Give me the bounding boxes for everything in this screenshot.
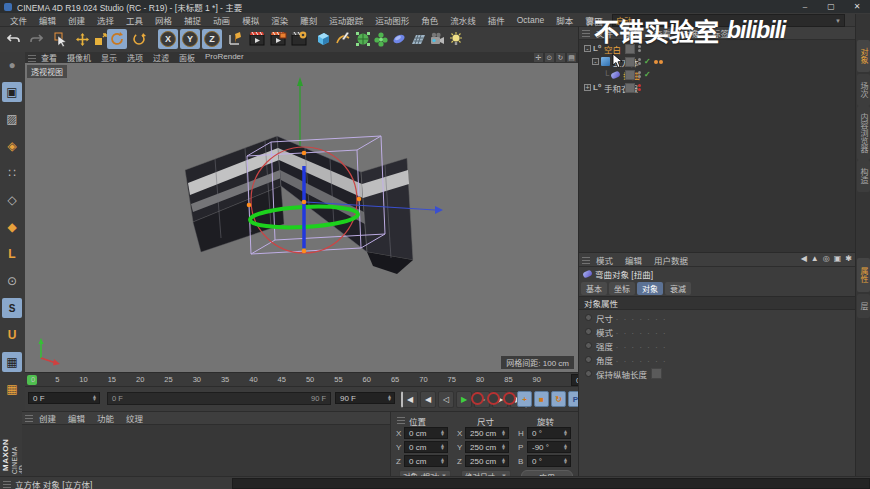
menu-item[interactable]: 创建 [68, 14, 85, 26]
pos-z-field[interactable]: 0 cm▲▼ [404, 455, 448, 467]
lock-x-axis-button[interactable]: X [158, 29, 178, 49]
phong-tag-icon[interactable] [654, 60, 663, 64]
viewport-menu-item[interactable]: 选项 [127, 52, 143, 63]
tab-coordinates[interactable]: 坐标 [609, 282, 635, 295]
tab-attributes[interactable]: 属性 [857, 258, 870, 292]
keep-length-checkbox[interactable] [651, 368, 662, 379]
workplane-snap-button[interactable]: ▦ [2, 379, 22, 399]
visibility-dots-off-icon[interactable] [638, 84, 641, 91]
maximize-button[interactable]: ▢ [818, 0, 844, 13]
toggle-views-icon[interactable]: ▤ [567, 53, 576, 62]
render-view-button[interactable] [247, 29, 267, 49]
viewport-menu-item[interactable]: ProRender [205, 52, 244, 63]
keyframe-dot-icon[interactable] [585, 314, 592, 321]
history-up-icon[interactable]: ▲ [811, 254, 819, 263]
size-x-field[interactable]: 250 cm▲▼ [465, 427, 509, 439]
drag-handle-icon[interactable] [582, 29, 590, 37]
drag-handle-icon[interactable] [397, 416, 405, 424]
expand-icon[interactable]: - [584, 45, 591, 52]
enabled-check-icon[interactable]: ✓ [644, 57, 651, 66]
attribute-menu-item[interactable]: 模式 [596, 254, 613, 266]
rot-h-field[interactable]: 0 °▲▼ [527, 427, 571, 439]
attribute-menu-item[interactable]: 编辑 [625, 254, 642, 266]
viewport-solo-button[interactable]: ⊙ [2, 271, 22, 291]
keyframe-selection-button[interactable] [503, 392, 516, 405]
lock-icon[interactable]: ▣ [834, 254, 842, 263]
menu-item[interactable]: 运动跟踪 [329, 14, 363, 26]
object-row-hand[interactable]: + L⁰ 手和衣服 [579, 81, 861, 94]
object-properties-section[interactable]: 对象属性 [579, 296, 856, 310]
pan-view-icon[interactable]: ✢ [534, 53, 543, 62]
tab-basic[interactable]: 基本 [581, 282, 607, 295]
object-menu-item[interactable]: 编辑 [625, 27, 642, 39]
menu-item[interactable]: 雕刻 [300, 14, 317, 26]
polygons-mode-button[interactable]: ◆ [2, 217, 22, 237]
key-position-toggle[interactable]: + [517, 391, 532, 407]
floor-environment-button[interactable] [408, 29, 428, 49]
drag-handle-icon[interactable] [28, 54, 36, 62]
viewport-menu-item[interactable]: 摄像机 [67, 52, 91, 63]
menu-item[interactable]: 网格 [155, 14, 172, 26]
menu-item[interactable]: 插件 [488, 14, 505, 26]
lock-y-axis-button[interactable]: Y [180, 29, 200, 49]
live-selection-tool[interactable] [51, 29, 71, 49]
rot-b-field[interactable]: 0 °▲▼ [527, 455, 571, 467]
viewport-menu-item[interactable]: 过滤 [153, 52, 169, 63]
visibility-dots-icon[interactable] [638, 71, 641, 78]
visibility-dots-icon[interactable] [638, 45, 641, 52]
menu-item[interactable]: 模拟 [242, 14, 259, 26]
menu-item[interactable]: 角色 [421, 14, 438, 26]
key-rotation-toggle[interactable]: ↻ [551, 391, 566, 407]
last-used-tool[interactable] [129, 29, 149, 49]
keyframe-dot-icon[interactable] [585, 342, 592, 349]
tab-objects[interactable]: 对象 [857, 40, 870, 72]
material-menu-item[interactable]: 功能 [97, 412, 114, 424]
render-to-picture-viewer-button[interactable] [268, 29, 288, 49]
stepper-icon[interactable]: ▲▼ [387, 395, 392, 402]
drag-handle-icon[interactable] [582, 256, 590, 264]
object-menu-item[interactable]: 标签 [712, 27, 729, 39]
lock-workplane-button[interactable]: ▦ [2, 352, 22, 372]
stepper-icon[interactable]: ▲▼ [92, 395, 97, 402]
menu-item[interactable]: 运动图形 [375, 14, 409, 26]
menu-item[interactable]: 动画 [213, 14, 230, 26]
record-keyframe-button[interactable] [471, 392, 484, 405]
menu-item[interactable]: 编辑 [39, 14, 56, 26]
drag-handle-icon[interactable] [25, 414, 33, 422]
tab-layers[interactable]: 层 [857, 294, 870, 318]
object-menu-item[interactable]: 查看 [654, 27, 671, 39]
make-editable-button[interactable]: ● [2, 55, 22, 75]
range-end-field[interactable]: 90 F ▲▼ [335, 392, 395, 404]
object-menu-item[interactable]: 文件 [596, 27, 613, 39]
object-menu-item[interactable]: 对象 [683, 27, 700, 39]
menu-item[interactable]: 工具 [126, 14, 143, 26]
render-settings-button[interactable] [289, 29, 309, 49]
menu-item[interactable]: 捕捉 [184, 14, 201, 26]
keyframe-dot-icon[interactable] [585, 370, 592, 377]
menu-item[interactable]: Octane [517, 15, 544, 25]
enable-axis-button[interactable]: L [2, 244, 22, 264]
workplane-mode-button[interactable]: ◈ [2, 136, 22, 156]
search-icon[interactable]: ◎ [823, 254, 830, 263]
goto-start-button[interactable]: ◀ [401, 391, 418, 408]
keyframe-dot-icon[interactable] [585, 356, 592, 363]
rot-p-field[interactable]: -90 °▲▼ [527, 441, 571, 453]
keyframe-dot-icon[interactable] [585, 328, 592, 335]
tab-falloff[interactable]: 衰减 [665, 282, 691, 295]
snap-settings-button[interactable]: S [2, 298, 22, 318]
menu-item[interactable]: 流水线 [450, 14, 476, 26]
viewport-menu-item[interactable]: 显示 [101, 52, 117, 63]
key-scale-toggle[interactable]: ■ [534, 391, 549, 407]
tab-structure[interactable]: 构造 [857, 160, 870, 192]
points-mode-button[interactable]: ∷ [2, 163, 22, 183]
minimize-button[interactable]: – [792, 0, 818, 13]
menu-item[interactable]: 渲染 [271, 14, 288, 26]
quantize-button[interactable]: U [2, 325, 22, 345]
autokeying-button[interactable] [487, 392, 500, 405]
viewport-menu-item[interactable]: 查看 [41, 52, 57, 63]
layer-chip-icon[interactable] [625, 44, 635, 54]
tab-object[interactable]: 对象 [637, 282, 663, 295]
enabled-check-icon[interactable]: ✓ [644, 70, 651, 79]
edges-mode-button[interactable]: ◇ [2, 190, 22, 210]
material-menu-item[interactable]: 创建 [39, 412, 56, 424]
